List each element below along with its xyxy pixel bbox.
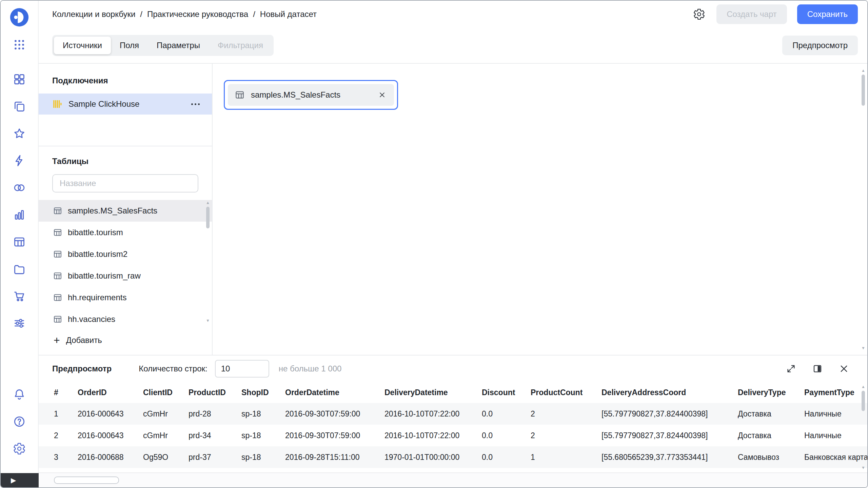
expand-panel-toggle[interactable]: ▶ bbox=[1, 473, 39, 487]
source-table-card: samples.MS_SalesFacts bbox=[224, 80, 398, 110]
close-preview-icon[interactable] bbox=[838, 363, 850, 374]
canvas-scrollbar[interactable]: ▲ ▼ bbox=[861, 68, 866, 350]
table-cell: 2016-09-30T07:59:00 bbox=[285, 431, 384, 440]
services-icon[interactable] bbox=[11, 181, 28, 195]
table-cell: 1970-01-01T00:00:00 bbox=[384, 453, 482, 462]
tables-list-scrollbar[interactable]: ▲ ▼ bbox=[205, 201, 211, 323]
preview-table-header-row: #OrderIDClientIDProductIDShopIDOrderDate… bbox=[39, 382, 867, 403]
settings-icon[interactable] bbox=[11, 442, 28, 455]
table-cell: 0.0 bbox=[482, 431, 531, 440]
settings-gear-icon[interactable] bbox=[692, 7, 706, 21]
tab-item[interactable]: Источники bbox=[54, 37, 111, 54]
help-icon[interactable] bbox=[11, 415, 28, 428]
scroll-up-arrow[interactable]: ▲ bbox=[861, 68, 865, 73]
table-grid-icon bbox=[53, 271, 62, 281]
favorites-icon[interactable] bbox=[11, 127, 28, 140]
remove-source-icon[interactable] bbox=[377, 90, 387, 100]
connection-item[interactable]: Sample ClickHouse bbox=[39, 94, 212, 115]
table-list-item[interactable]: bibattle.tourism2 bbox=[39, 243, 212, 265]
table-grid-icon bbox=[53, 293, 62, 302]
connections-icon[interactable] bbox=[11, 154, 28, 167]
scroll-up-arrow[interactable]: ▲ bbox=[206, 201, 210, 205]
scroll-down-arrow[interactable]: ▼ bbox=[206, 319, 210, 323]
table-cell: 2016-000643 bbox=[78, 431, 143, 440]
table-cell: Доставка bbox=[738, 409, 804, 419]
table-cell: prd-37 bbox=[189, 453, 241, 462]
apps-grid-icon[interactable] bbox=[11, 38, 28, 52]
scroll-down-arrow[interactable]: ▼ bbox=[861, 346, 865, 350]
table-cell: 3 bbox=[54, 453, 78, 462]
column-header: ProductCount bbox=[531, 388, 601, 397]
tab-item[interactable]: Параметры bbox=[148, 37, 209, 54]
scrollbar-thumb[interactable] bbox=[206, 207, 210, 228]
add-table-label: Добавить bbox=[66, 336, 102, 345]
table-list-item[interactable]: samples.MS_SalesFacts bbox=[39, 200, 212, 222]
table-name: bibattle.tourism2 bbox=[68, 249, 127, 259]
scrollbar-thumb[interactable] bbox=[862, 75, 865, 106]
horizontal-scrollbar-thumb[interactable] bbox=[54, 476, 119, 484]
table-cell: 2 bbox=[531, 431, 601, 440]
connection-menu-icon[interactable] bbox=[191, 101, 200, 108]
left-nav-rail bbox=[1, 1, 39, 487]
filters-icon[interactable] bbox=[11, 317, 28, 330]
notifications-icon[interactable] bbox=[11, 388, 28, 401]
table-search-input[interactable] bbox=[59, 178, 192, 188]
table-grid-icon bbox=[53, 206, 62, 216]
row-count-label: Количество строк: bbox=[139, 364, 207, 373]
table-list-item[interactable]: hh.requirements bbox=[39, 287, 212, 308]
scroll-down-arrow[interactable]: ▼ bbox=[861, 466, 865, 470]
scrollbar-thumb[interactable] bbox=[862, 391, 865, 411]
rail-top-group bbox=[11, 38, 28, 52]
preview-table-row: 22016-000643cGmHrprd-34sp-182016-09-30T0… bbox=[39, 425, 867, 446]
create-chart-button[interactable]: Создать чарт bbox=[716, 4, 787, 24]
content-area: Подключения Sample ClickHouse Таблицы sa… bbox=[39, 64, 867, 355]
table-cell: Наличные bbox=[804, 409, 867, 419]
source-table-chip[interactable]: samples.MS_SalesFacts bbox=[228, 84, 394, 106]
table-list-item[interactable]: bibattle.tourism_raw bbox=[39, 265, 212, 287]
table-grid-icon bbox=[53, 228, 62, 237]
collections-icon[interactable] bbox=[11, 100, 28, 113]
table-cell: cGmHr bbox=[143, 431, 189, 440]
connection-name: Sample ClickHouse bbox=[68, 99, 139, 109]
breadcrumb-separator: / bbox=[253, 9, 255, 19]
dashboards-icon[interactable] bbox=[11, 73, 28, 86]
table-list-item[interactable]: hh.vacancies bbox=[39, 308, 212, 330]
table-cell: sp-18 bbox=[241, 431, 285, 440]
add-table-button[interactable]: + Добавить bbox=[39, 335, 212, 346]
dataset-tabs-row: ИсточникиПоляПараметрыФильтрация Предпро… bbox=[39, 28, 867, 64]
table-name: bibattle.tourism_raw bbox=[68, 271, 141, 281]
charts-icon[interactable] bbox=[11, 208, 28, 222]
table-cell: 2016-000643 bbox=[78, 409, 143, 419]
preview-scrollbar[interactable]: ▲ ▼ bbox=[861, 385, 866, 470]
column-header: OrderID bbox=[78, 388, 143, 397]
table-cell: [55.797790827,37.824400398] bbox=[601, 431, 738, 440]
tab-item[interactable]: Поля bbox=[111, 37, 148, 54]
rail-bottom-group bbox=[11, 388, 28, 455]
preview-toggle-button[interactable]: Предпросмотр bbox=[782, 36, 858, 55]
table-name: hh.vacancies bbox=[68, 314, 115, 324]
table-list-item[interactable]: bibattle.tourism bbox=[39, 222, 212, 243]
datasets-icon[interactable] bbox=[11, 235, 28, 249]
table-cell: Доставка bbox=[738, 431, 804, 440]
scroll-up-arrow[interactable]: ▲ bbox=[861, 385, 865, 389]
clickhouse-icon bbox=[52, 99, 62, 109]
table-cell: [55.680565239,37.773353441] bbox=[601, 453, 738, 462]
split-view-icon[interactable] bbox=[812, 363, 823, 374]
row-count-input[interactable] bbox=[215, 360, 269, 378]
save-button[interactable]: Сохранить bbox=[797, 4, 858, 24]
column-header: ProductID bbox=[189, 388, 241, 397]
column-header: Discount bbox=[482, 388, 531, 397]
horizontal-scrollbar[interactable] bbox=[39, 472, 867, 487]
datalens-logo-icon[interactable] bbox=[9, 7, 30, 28]
storage-icon[interactable] bbox=[11, 262, 28, 276]
expand-preview-icon[interactable] bbox=[785, 363, 797, 374]
table-cell: sp-18 bbox=[241, 453, 285, 462]
breadcrumb-item[interactable]: Коллекции и воркбуки bbox=[52, 9, 135, 19]
marketplace-icon[interactable] bbox=[11, 289, 28, 303]
sidebar-divider bbox=[39, 146, 212, 146]
table-cell: cGmHr bbox=[143, 409, 189, 419]
column-header: DeliveryType bbox=[738, 388, 804, 397]
table-cell: sp-18 bbox=[241, 409, 285, 419]
breadcrumb-item[interactable]: Практические руководства bbox=[147, 9, 248, 19]
column-header: ShopID bbox=[241, 388, 285, 397]
